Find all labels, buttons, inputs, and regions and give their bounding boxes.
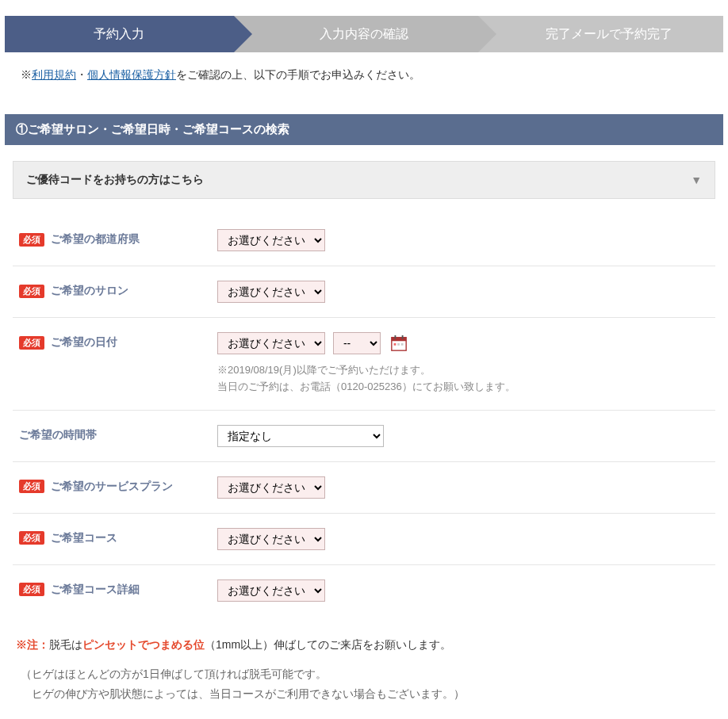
row-course: 必須 ご希望コース お選びください <box>13 514 715 565</box>
required-badge: 必須 <box>19 480 44 493</box>
prefecture-select[interactable]: お選びください <box>217 229 325 251</box>
search-form: 必須 ご希望の都道府県 お選びください 必須 ご希望のサロン お選びください 必… <box>13 215 715 616</box>
row-service-plan: 必須 ご希望のサービスプラン お選びください <box>13 462 715 514</box>
step-2: 入力内容の確認 <box>234 16 479 52</box>
date-day-select[interactable]: -- <box>333 332 381 354</box>
required-badge: 必須 <box>19 531 44 545</box>
chevron-down-icon: ▼ <box>691 174 702 186</box>
intro-text: ※利用規約・個人情報保護方針をご確認の上、以下の手順でお申込みください。 <box>21 68 707 82</box>
date-year-select[interactable]: お選びください <box>217 332 325 354</box>
notice-prefix: ※注： <box>16 638 49 651</box>
row-salon: 必須 ご希望のサロン お選びください <box>13 266 715 318</box>
svg-rect-5 <box>397 343 400 346</box>
required-badge: 必須 <box>19 233 44 247</box>
label-course: ご希望コース <box>51 531 117 545</box>
service-plan-select[interactable]: お選びください <box>217 476 325 499</box>
label-salon: ご希望のサロン <box>51 284 128 298</box>
row-course-detail: 必須 ご希望コース詳細 お選びください <box>13 565 715 616</box>
label-service-plan: ご希望のサービスプラン <box>51 480 173 494</box>
coupon-label: ご優待コードをお持ちの方はこちら <box>26 173 204 187</box>
step-1-label: 予約入力 <box>94 27 144 40</box>
label-time: ご希望の時間帯 <box>19 428 97 442</box>
terms-link[interactable]: 利用規約 <box>32 68 76 81</box>
required-badge: 必須 <box>19 285 44 298</box>
step-active: 予約入力 <box>5 16 234 52</box>
row-prefecture: 必須 ご希望の都道府県 お選びください <box>13 215 715 266</box>
progress-stepper: 予約入力 入力内容の確認 完了メールで予約完了 <box>5 16 723 52</box>
step-3-label: 完了メールで予約完了 <box>546 27 672 40</box>
time-select[interactable]: 指定なし <box>217 425 384 447</box>
step-3: 完了メールで予約完了 <box>478 16 723 52</box>
label-course-detail: ご希望コース詳細 <box>51 583 140 597</box>
svg-rect-4 <box>393 343 396 346</box>
svg-rect-2 <box>394 335 396 339</box>
course-detail-select[interactable]: お選びください <box>217 579 325 602</box>
calendar-icon[interactable] <box>390 335 408 352</box>
svg-rect-1 <box>392 338 406 342</box>
row-time: ご希望の時間帯 指定なし <box>13 411 715 462</box>
notice-strong: ピンセットでつまめる位 <box>82 638 205 651</box>
required-badge: 必須 <box>19 336 44 350</box>
privacy-link[interactable]: 個人情報保護方針 <box>87 68 176 81</box>
label-prefecture: ご希望の都道府県 <box>51 232 140 247</box>
course-select[interactable]: お選びください <box>217 528 325 550</box>
label-date: ご希望の日付 <box>51 335 117 350</box>
date-note: ※2019/08/19(月)以降でご予約いただけます。 当日のご予約は、お電話（… <box>217 362 709 396</box>
row-date: 必須 ご希望の日付 お選びください -- ※2019/08/19(月)以降でご予… <box>13 318 715 411</box>
svg-rect-3 <box>401 335 403 339</box>
step-2-label: 入力内容の確認 <box>320 27 408 40</box>
coupon-code-toggle[interactable]: ご優待コードをお持ちの方はこちら ▼ <box>13 161 715 199</box>
salon-select[interactable]: お選びください <box>217 281 325 303</box>
svg-rect-6 <box>401 343 404 346</box>
section-header: ①ご希望サロン・ご希望日時・ご希望コースの検索 <box>5 114 723 145</box>
notice-block: ※注：脱毛はピンセットでつまめる位（1mm以上）伸ばしてのご来店をお願いします。… <box>16 635 712 705</box>
required-badge: 必須 <box>19 583 44 596</box>
